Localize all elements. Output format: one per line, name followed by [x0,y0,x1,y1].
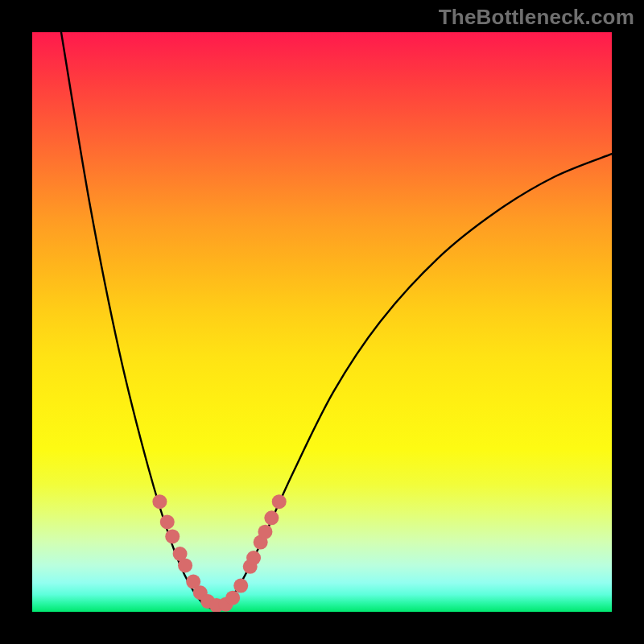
curve-marker [165,529,180,543]
curve-marker [264,510,279,525]
curve-markers [152,494,286,612]
curve-marker [225,591,240,605]
curve-marker [272,494,287,509]
curve-marker [152,494,167,509]
curve-marker [246,551,261,565]
curve-marker [233,579,248,593]
curve-marker [160,514,175,529]
watermark-text: TheBottleneck.com [439,5,634,30]
curve-marker [178,558,192,572]
bottleneck-curve [61,32,612,609]
curve-marker [258,525,272,539]
plot-area [32,32,612,612]
chart-frame: TheBottleneck.com [0,0,644,644]
chart-svg [32,32,612,612]
